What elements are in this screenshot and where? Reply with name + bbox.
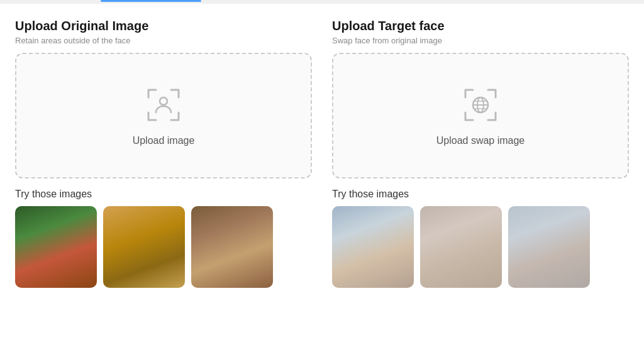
left-upload-area[interactable]: Upload image <box>15 53 312 178</box>
left-try-panel: Try those images <box>15 189 312 288</box>
try-image-man-hat[interactable] <box>191 206 273 288</box>
right-try-panel: Try those images <box>332 189 629 288</box>
top-bar <box>0 0 644 4</box>
left-panel: Upload Original Image Retain areas outsi… <box>15 19 312 178</box>
globe-face-icon <box>460 85 501 128</box>
left-panel-subtitle: Retain areas outside of the face <box>15 36 312 45</box>
right-try-images <box>332 206 629 288</box>
right-panel-subtitle: Swap face from original image <box>332 36 629 45</box>
try-image-asian-woman[interactable] <box>508 206 590 288</box>
try-image-man-curly[interactable] <box>332 206 414 288</box>
try-image-woman-redhead[interactable] <box>420 206 502 288</box>
right-upload-area[interactable]: Upload swap image <box>332 53 629 178</box>
try-image-woman2[interactable] <box>103 206 185 288</box>
left-try-images <box>15 206 312 288</box>
right-try-title: Try those images <box>332 189 629 200</box>
progress-indicator <box>101 0 201 2</box>
try-image-woman1[interactable] <box>15 206 97 288</box>
svg-point-0 <box>160 97 167 105</box>
left-upload-label: Upload image <box>133 135 195 146</box>
right-upload-label: Upload swap image <box>436 135 525 146</box>
face-scan-icon <box>143 85 184 128</box>
right-panel-title: Upload Target face <box>332 19 629 33</box>
right-panel: Upload Target face Swap face from origin… <box>332 19 629 178</box>
left-panel-title: Upload Original Image <box>15 19 312 33</box>
left-try-title: Try those images <box>15 189 312 200</box>
